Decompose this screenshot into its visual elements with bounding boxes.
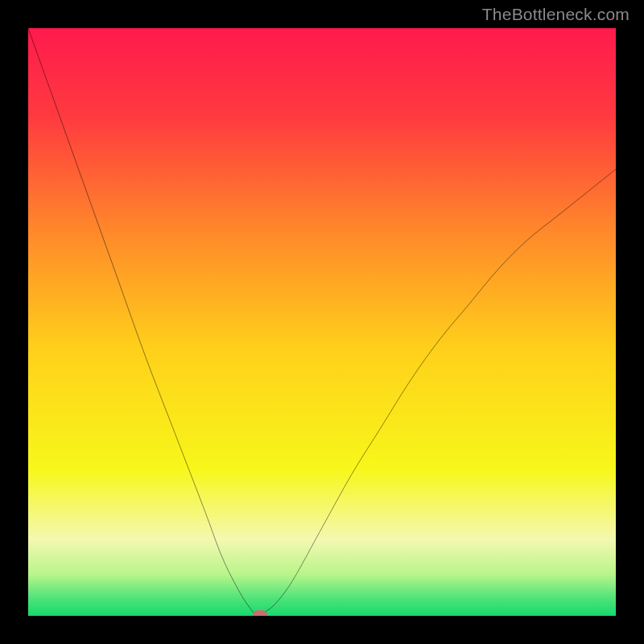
watermark-text: TheBottleneck.com [482, 5, 630, 24]
optimal-point-marker [253, 610, 267, 616]
bottleneck-curve [28, 28, 616, 616]
plot-area [28, 28, 616, 616]
chart-frame: TheBottleneck.com [0, 0, 644, 644]
